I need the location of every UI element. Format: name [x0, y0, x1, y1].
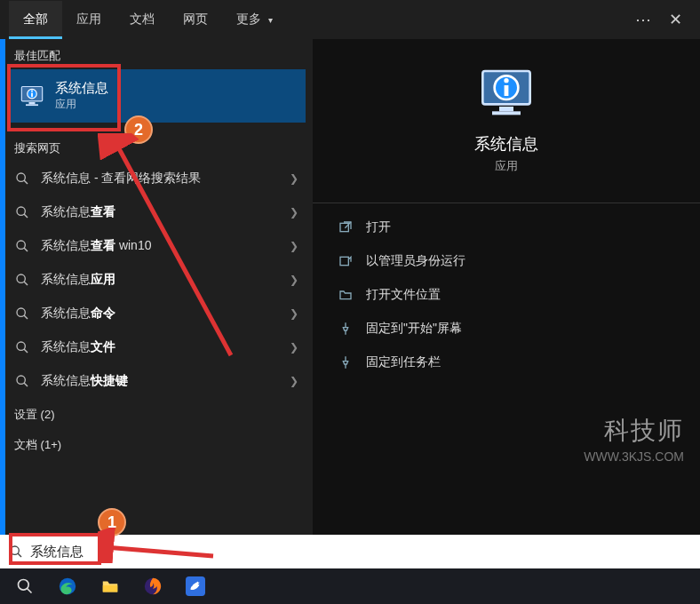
tab-all[interactable]: 全部	[9, 1, 62, 39]
taskbar	[0, 568, 700, 604]
web-result-3[interactable]: 系统信息应用 ❯	[0, 263, 313, 297]
best-match-item[interactable]: 系统信息 应用	[7, 69, 306, 123]
svg-point-6	[17, 173, 25, 181]
web-result-text: 系统信息应用	[41, 272, 115, 288]
search-icon	[14, 374, 30, 388]
web-result-2[interactable]: 系统信息查看 win10 ❯	[0, 229, 313, 263]
svg-point-5	[31, 90, 33, 91]
results-pane: 最佳匹配 系统信息 应用 搜索网页	[0, 39, 313, 535]
svg-point-30	[19, 580, 29, 591]
web-result-text: 系统信息查看	[41, 204, 115, 220]
action-run-as-admin[interactable]: 以管理员身份运行	[330, 244, 682, 278]
web-result-4[interactable]: 系统信息命令 ❯	[0, 297, 313, 330]
best-match-title: 系统信息	[55, 80, 108, 97]
svg-point-18	[17, 376, 25, 384]
tab-apps[interactable]: 应用	[62, 1, 115, 39]
action-pin-to-start[interactable]: 固定到"开始"屏幕	[330, 312, 682, 346]
svg-line-13	[24, 282, 28, 285]
web-search-label: 搜索网页	[0, 131, 313, 162]
svg-line-11	[24, 248, 28, 251]
svg-point-16	[17, 342, 25, 350]
documents-group-label[interactable]: 文档 (1+)	[0, 428, 313, 458]
tab-more-label: 更多	[236, 12, 261, 26]
search-bar	[0, 535, 700, 568]
web-result-5[interactable]: 系统信息文件 ❯	[0, 330, 313, 364]
chevron-right-icon: ❯	[290, 375, 298, 387]
best-match-subtitle: 应用	[55, 97, 108, 112]
folder-icon	[338, 287, 354, 303]
svg-line-9	[24, 214, 28, 218]
tab-strip: 全部 应用 文档 网页 更多 ▾	[9, 1, 287, 39]
action-pin-to-taskbar[interactable]: 固定到任务栏	[330, 346, 682, 379]
svg-line-7	[24, 180, 28, 184]
search-input[interactable]	[30, 544, 691, 560]
close-button[interactable]: ✕	[659, 4, 691, 36]
svg-rect-24	[505, 85, 509, 96]
action-label: 固定到任务栏	[366, 354, 441, 370]
svg-point-28	[11, 546, 19, 554]
watermark-line1: 科技师	[584, 414, 684, 448]
open-icon	[338, 219, 354, 235]
action-label: 固定到"开始"屏幕	[366, 321, 462, 337]
tab-documents[interactable]: 文档	[115, 1, 169, 39]
taskbar-file-explorer[interactable]	[91, 568, 130, 604]
svg-point-25	[504, 78, 508, 83]
chevron-down-icon: ▾	[268, 15, 273, 25]
svg-rect-33	[103, 585, 118, 592]
watermark-line2: WWW.3KJS.COM	[584, 449, 684, 464]
action-label: 以管理员身份运行	[366, 253, 465, 269]
search-icon	[14, 273, 30, 287]
web-result-6[interactable]: 系统信息快捷键 ❯	[0, 364, 313, 398]
action-open-file-location[interactable]: 打开文件位置	[330, 278, 682, 312]
taskbar-firefox[interactable]	[133, 568, 172, 604]
preview-subtitle: 应用	[495, 158, 518, 174]
tab-more[interactable]: 更多 ▾	[222, 1, 287, 39]
top-bar: 全部 应用 文档 网页 更多 ▾ ⋯ ✕	[0, 0, 700, 39]
web-result-text: 系统信息快捷键	[41, 373, 128, 389]
chevron-right-icon: ❯	[290, 307, 298, 320]
svg-rect-22	[492, 111, 521, 115]
svg-point-12	[17, 274, 25, 282]
web-result-0[interactable]: 系统信息 - 查看网络搜索结果 ❯	[0, 162, 313, 195]
svg-point-8	[17, 207, 25, 215]
taskbar-search[interactable]	[5, 568, 44, 604]
svg-rect-1	[29, 102, 36, 104]
action-label: 打开文件位置	[366, 287, 441, 303]
web-result-1[interactable]: 系统信息查看 ❯	[0, 195, 313, 229]
action-open[interactable]: 打开	[330, 211, 682, 244]
settings-group-label[interactable]: 设置 (2)	[0, 398, 313, 428]
content-area: 最佳匹配 系统信息 应用 搜索网页	[0, 39, 700, 535]
web-result-text: 系统信息 - 查看网络搜索结果	[41, 171, 201, 187]
taskbar-bird-app[interactable]	[176, 568, 215, 604]
search-icon	[14, 171, 30, 186]
svg-rect-2	[26, 104, 38, 106]
tab-web[interactable]: 网页	[169, 1, 222, 39]
svg-point-14	[17, 308, 25, 316]
accent-strip	[0, 39, 5, 536]
svg-rect-26	[340, 223, 348, 231]
system-info-icon	[20, 83, 44, 108]
web-result-text: 系统信息命令	[41, 306, 115, 322]
taskbar-edge[interactable]	[48, 568, 87, 604]
svg-line-29	[18, 553, 21, 557]
svg-line-19	[24, 383, 28, 386]
svg-line-15	[24, 315, 28, 319]
overflow-button[interactable]: ⋯	[627, 4, 659, 36]
pin-icon	[338, 321, 354, 337]
search-icon	[9, 544, 23, 559]
svg-line-17	[24, 349, 28, 353]
chevron-right-icon: ❯	[290, 341, 298, 354]
search-icon	[14, 239, 30, 253]
web-result-text: 系统信息文件	[41, 339, 115, 355]
best-match-label: 最佳匹配	[0, 39, 313, 69]
preview-pane: 系统信息 应用 打开 以管理员身份运行 打开文件位置 固定到"开始"屏幕	[313, 39, 700, 535]
svg-point-10	[17, 241, 25, 249]
svg-rect-4	[31, 93, 33, 98]
watermark: 科技师 WWW.3KJS.COM	[584, 414, 684, 464]
action-label: 打开	[366, 219, 391, 235]
chevron-right-icon: ❯	[290, 240, 298, 252]
svg-line-31	[28, 589, 32, 593]
svg-rect-21	[499, 107, 513, 111]
system-info-icon	[478, 64, 535, 121]
svg-rect-27	[340, 257, 348, 265]
